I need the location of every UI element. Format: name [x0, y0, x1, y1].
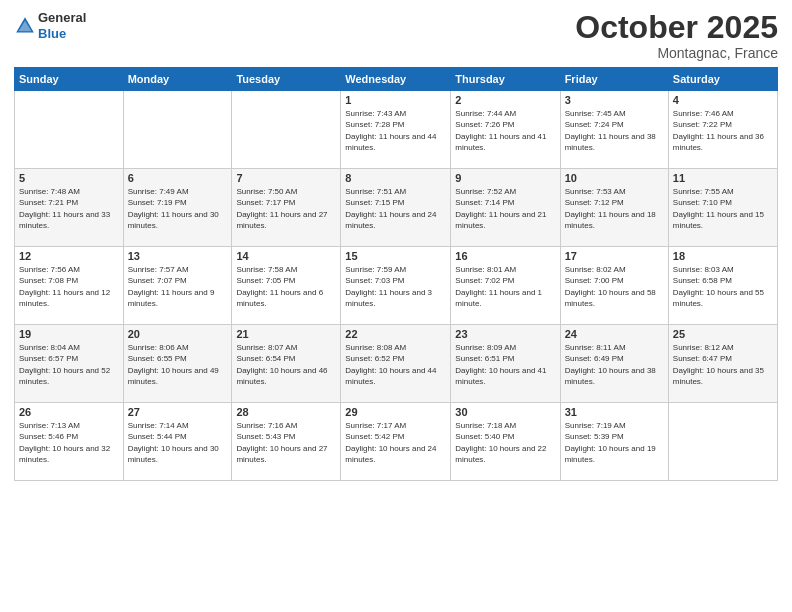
day-info: Sunrise: 7:44 AMSunset: 7:26 PMDaylight:… [455, 108, 555, 153]
logo: General Blue [14, 10, 86, 41]
day-info: Sunrise: 7:56 AMSunset: 7:08 PMDaylight:… [19, 264, 119, 309]
month-year-title: October 2025 [575, 10, 778, 45]
calendar-week-row: 1Sunrise: 7:43 AMSunset: 7:28 PMDaylight… [15, 91, 778, 169]
day-info: Sunrise: 7:52 AMSunset: 7:14 PMDaylight:… [455, 186, 555, 231]
calendar-cell: 29Sunrise: 7:17 AMSunset: 5:42 PMDayligh… [341, 403, 451, 481]
day-number: 15 [345, 250, 446, 262]
calendar-cell: 10Sunrise: 7:53 AMSunset: 7:12 PMDayligh… [560, 169, 668, 247]
day-info: Sunrise: 7:18 AMSunset: 5:40 PMDaylight:… [455, 420, 555, 465]
day-info: Sunrise: 7:13 AMSunset: 5:46 PMDaylight:… [19, 420, 119, 465]
calendar-week-row: 19Sunrise: 8:04 AMSunset: 6:57 PMDayligh… [15, 325, 778, 403]
calendar-cell: 3Sunrise: 7:45 AMSunset: 7:24 PMDaylight… [560, 91, 668, 169]
day-number: 26 [19, 406, 119, 418]
day-number: 17 [565, 250, 664, 262]
calendar-cell [668, 403, 777, 481]
calendar-cell: 24Sunrise: 8:11 AMSunset: 6:49 PMDayligh… [560, 325, 668, 403]
calendar-week-row: 12Sunrise: 7:56 AMSunset: 7:08 PMDayligh… [15, 247, 778, 325]
day-number: 25 [673, 328, 773, 340]
day-number: 5 [19, 172, 119, 184]
calendar-cell: 8Sunrise: 7:51 AMSunset: 7:15 PMDaylight… [341, 169, 451, 247]
day-info: Sunrise: 7:46 AMSunset: 7:22 PMDaylight:… [673, 108, 773, 153]
calendar-cell [15, 91, 124, 169]
day-info: Sunrise: 8:11 AMSunset: 6:49 PMDaylight:… [565, 342, 664, 387]
calendar-cell [232, 91, 341, 169]
day-info: Sunrise: 7:45 AMSunset: 7:24 PMDaylight:… [565, 108, 664, 153]
calendar-cell: 7Sunrise: 7:50 AMSunset: 7:17 PMDaylight… [232, 169, 341, 247]
calendar-cell: 15Sunrise: 7:59 AMSunset: 7:03 PMDayligh… [341, 247, 451, 325]
calendar-cell: 17Sunrise: 8:02 AMSunset: 7:00 PMDayligh… [560, 247, 668, 325]
day-info: Sunrise: 7:49 AMSunset: 7:19 PMDaylight:… [128, 186, 228, 231]
day-header-tuesday: Tuesday [232, 68, 341, 91]
day-number: 18 [673, 250, 773, 262]
calendar-cell: 20Sunrise: 8:06 AMSunset: 6:55 PMDayligh… [123, 325, 232, 403]
calendar-cell: 11Sunrise: 7:55 AMSunset: 7:10 PMDayligh… [668, 169, 777, 247]
day-number: 6 [128, 172, 228, 184]
day-info: Sunrise: 7:57 AMSunset: 7:07 PMDaylight:… [128, 264, 228, 309]
calendar-cell: 14Sunrise: 7:58 AMSunset: 7:05 PMDayligh… [232, 247, 341, 325]
day-info: Sunrise: 8:04 AMSunset: 6:57 PMDaylight:… [19, 342, 119, 387]
calendar-cell: 12Sunrise: 7:56 AMSunset: 7:08 PMDayligh… [15, 247, 124, 325]
day-info: Sunrise: 7:53 AMSunset: 7:12 PMDaylight:… [565, 186, 664, 231]
day-number: 4 [673, 94, 773, 106]
day-info: Sunrise: 7:50 AMSunset: 7:17 PMDaylight:… [236, 186, 336, 231]
day-number: 21 [236, 328, 336, 340]
day-header-friday: Friday [560, 68, 668, 91]
page: General Blue October 2025 Montagnac, Fra… [0, 0, 792, 612]
day-info: Sunrise: 8:06 AMSunset: 6:55 PMDaylight:… [128, 342, 228, 387]
day-number: 31 [565, 406, 664, 418]
header: General Blue October 2025 Montagnac, Fra… [14, 10, 778, 61]
calendar-week-row: 5Sunrise: 7:48 AMSunset: 7:21 PMDaylight… [15, 169, 778, 247]
calendar-cell: 4Sunrise: 7:46 AMSunset: 7:22 PMDaylight… [668, 91, 777, 169]
day-info: Sunrise: 7:59 AMSunset: 7:03 PMDaylight:… [345, 264, 446, 309]
calendar-header-row: SundayMondayTuesdayWednesdayThursdayFrid… [15, 68, 778, 91]
calendar-cell: 6Sunrise: 7:49 AMSunset: 7:19 PMDaylight… [123, 169, 232, 247]
day-number: 1 [345, 94, 446, 106]
day-number: 23 [455, 328, 555, 340]
day-info: Sunrise: 7:51 AMSunset: 7:15 PMDaylight:… [345, 186, 446, 231]
day-number: 9 [455, 172, 555, 184]
day-number: 24 [565, 328, 664, 340]
day-info: Sunrise: 8:09 AMSunset: 6:51 PMDaylight:… [455, 342, 555, 387]
calendar-cell: 21Sunrise: 8:07 AMSunset: 6:54 PMDayligh… [232, 325, 341, 403]
day-number: 20 [128, 328, 228, 340]
day-info: Sunrise: 7:19 AMSunset: 5:39 PMDaylight:… [565, 420, 664, 465]
calendar-cell: 18Sunrise: 8:03 AMSunset: 6:58 PMDayligh… [668, 247, 777, 325]
day-number: 11 [673, 172, 773, 184]
day-number: 16 [455, 250, 555, 262]
calendar-cell: 13Sunrise: 7:57 AMSunset: 7:07 PMDayligh… [123, 247, 232, 325]
calendar-cell: 2Sunrise: 7:44 AMSunset: 7:26 PMDaylight… [451, 91, 560, 169]
calendar-cell: 16Sunrise: 8:01 AMSunset: 7:02 PMDayligh… [451, 247, 560, 325]
calendar-cell: 5Sunrise: 7:48 AMSunset: 7:21 PMDaylight… [15, 169, 124, 247]
logo-text: General Blue [38, 10, 86, 41]
day-header-monday: Monday [123, 68, 232, 91]
day-info: Sunrise: 8:12 AMSunset: 6:47 PMDaylight:… [673, 342, 773, 387]
calendar-cell: 28Sunrise: 7:16 AMSunset: 5:43 PMDayligh… [232, 403, 341, 481]
calendar-cell: 27Sunrise: 7:14 AMSunset: 5:44 PMDayligh… [123, 403, 232, 481]
day-info: Sunrise: 7:55 AMSunset: 7:10 PMDaylight:… [673, 186, 773, 231]
day-header-wednesday: Wednesday [341, 68, 451, 91]
calendar-cell: 26Sunrise: 7:13 AMSunset: 5:46 PMDayligh… [15, 403, 124, 481]
day-number: 2 [455, 94, 555, 106]
day-info: Sunrise: 8:03 AMSunset: 6:58 PMDaylight:… [673, 264, 773, 309]
day-number: 22 [345, 328, 446, 340]
logo-general: General [38, 10, 86, 26]
day-number: 19 [19, 328, 119, 340]
calendar-cell: 1Sunrise: 7:43 AMSunset: 7:28 PMDaylight… [341, 91, 451, 169]
day-header-sunday: Sunday [15, 68, 124, 91]
day-number: 7 [236, 172, 336, 184]
calendar-cell [123, 91, 232, 169]
calendar-cell: 9Sunrise: 7:52 AMSunset: 7:14 PMDaylight… [451, 169, 560, 247]
calendar-week-row: 26Sunrise: 7:13 AMSunset: 5:46 PMDayligh… [15, 403, 778, 481]
day-number: 29 [345, 406, 446, 418]
day-number: 10 [565, 172, 664, 184]
day-info: Sunrise: 7:14 AMSunset: 5:44 PMDaylight:… [128, 420, 228, 465]
title-block: October 2025 Montagnac, France [575, 10, 778, 61]
calendar-cell: 30Sunrise: 7:18 AMSunset: 5:40 PMDayligh… [451, 403, 560, 481]
day-info: Sunrise: 8:07 AMSunset: 6:54 PMDaylight:… [236, 342, 336, 387]
day-number: 27 [128, 406, 228, 418]
day-number: 12 [19, 250, 119, 262]
calendar-cell: 19Sunrise: 8:04 AMSunset: 6:57 PMDayligh… [15, 325, 124, 403]
day-header-thursday: Thursday [451, 68, 560, 91]
day-number: 3 [565, 94, 664, 106]
calendar-cell: 22Sunrise: 8:08 AMSunset: 6:52 PMDayligh… [341, 325, 451, 403]
